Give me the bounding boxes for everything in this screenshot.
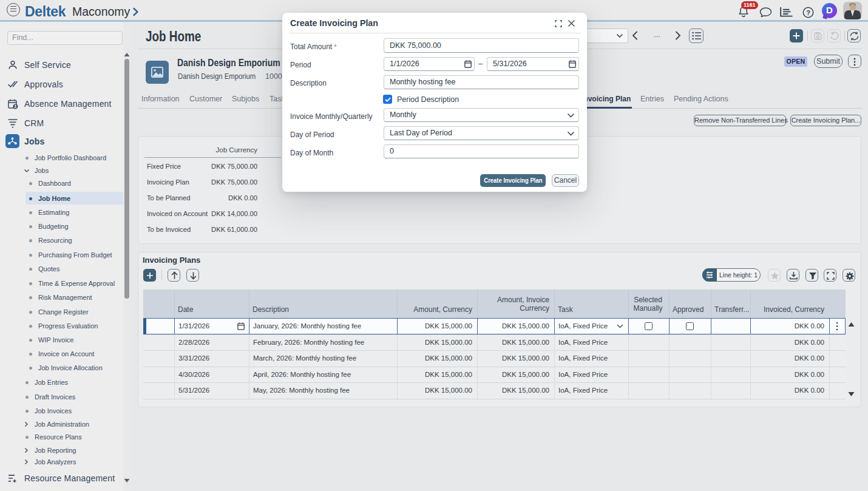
svg-text:?: ? <box>806 9 810 16</box>
